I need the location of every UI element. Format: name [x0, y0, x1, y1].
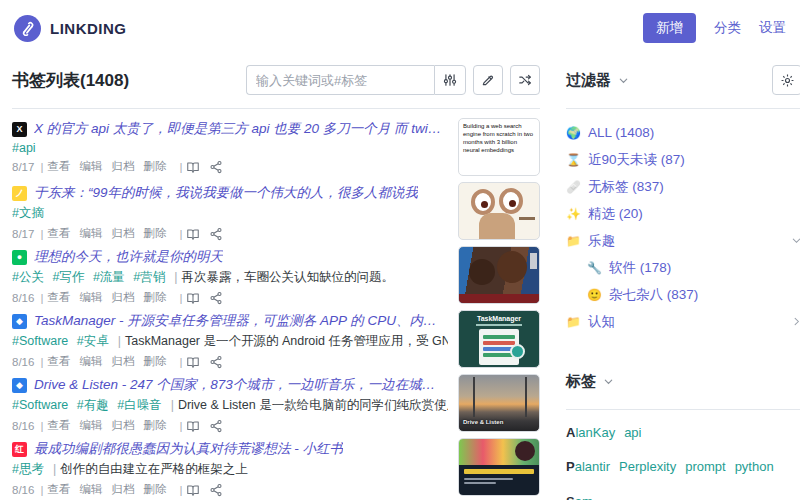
bookmark-thumbnail[interactable]: TaskManager	[458, 310, 540, 368]
filter-settings-button[interactable]	[772, 65, 800, 95]
bookmark-date: 8/17	[12, 161, 34, 173]
action-archive[interactable]: 归档	[111, 418, 134, 433]
action-view[interactable]: 查看	[47, 482, 70, 497]
tag-link[interactable]: prompt	[685, 459, 725, 474]
action-view[interactable]: 查看	[47, 226, 70, 241]
bookmark-tag[interactable]: #文摘	[12, 206, 44, 220]
reader-view-icon[interactable]	[186, 160, 200, 174]
action-edit[interactable]: 编辑	[79, 354, 102, 369]
bookmark-tag[interactable]: #有趣	[77, 398, 109, 412]
bookmark-thumbnail[interactable]	[458, 182, 540, 240]
bookmark-tag[interactable]: #写作	[52, 270, 84, 284]
reader-view-icon[interactable]	[186, 355, 200, 369]
action-archive[interactable]: 归档	[111, 159, 134, 174]
nav-settings[interactable]: 设置	[759, 19, 786, 37]
tag-link[interactable]: api	[624, 425, 641, 440]
bookmark-item: X X 的官方 api 太贵了，即便是第三方 api 也要 20 多刀一个月 而…	[12, 116, 540, 180]
filter-link[interactable]: 软件 (178)	[609, 259, 671, 277]
bookmark-date: 8/16	[12, 292, 34, 304]
app-header: LINKDING 新增 分类 设置	[12, 0, 788, 56]
tag-link[interactable]: lanKay	[575, 425, 615, 440]
search-options-button[interactable]	[434, 65, 466, 95]
chevron-down-icon[interactable]	[618, 75, 629, 86]
home-link[interactable]: LINKDING	[14, 15, 127, 42]
bookmark-thumbnail[interactable]: Building a web search engine from scratc…	[458, 118, 540, 176]
sliders-icon	[443, 73, 457, 87]
tag-link[interactable]: alantir	[575, 459, 610, 474]
action-edit[interactable]: 编辑	[79, 418, 102, 433]
bookmark-link[interactable]: X 的官方 api 太贵了，即便是第三方 api 也要 20 多刀一个月 而 t…	[34, 120, 448, 138]
action-archive[interactable]: 归档	[111, 482, 134, 497]
bookmark-thumbnail[interactable]	[458, 246, 540, 304]
bookmark-tag[interactable]: #api	[12, 141, 36, 155]
filter-item-software: 🔧 软件 (178)	[566, 254, 800, 281]
filter-link[interactable]: 杂七杂八 (837)	[609, 286, 698, 304]
action-delete[interactable]: 删除	[143, 226, 166, 241]
reader-view-icon[interactable]	[186, 227, 200, 241]
action-view[interactable]: 查看	[47, 290, 70, 305]
bookmark-link[interactable]: 于东来：“99年的时候，我说我要做一个伟大的人，很多人都说我	[34, 184, 418, 202]
share-icon[interactable]	[209, 227, 223, 241]
bookmark-tag[interactable]: #流量	[93, 270, 125, 284]
reader-view-icon[interactable]	[186, 483, 200, 497]
action-edit[interactable]: 编辑	[79, 226, 102, 241]
action-edit[interactable]: 编辑	[79, 159, 102, 174]
action-delete[interactable]: 删除	[143, 159, 166, 174]
bookmark-tag[interactable]: #安卓	[77, 334, 109, 348]
bookmark-link[interactable]: 最成功编剧都很愚蠢因为认真对待荒谬想法 - 小红书	[34, 440, 343, 458]
action-view[interactable]: 查看	[47, 418, 70, 433]
action-view[interactable]: 查看	[47, 354, 70, 369]
share-icon[interactable]	[209, 419, 223, 433]
action-delete[interactable]: 删除	[143, 418, 166, 433]
action-delete[interactable]: 删除	[143, 482, 166, 497]
bookmark-thumbnail[interactable]: Drive & Listen	[458, 374, 540, 432]
share-icon[interactable]	[209, 355, 223, 369]
bookmark-link[interactable]: Drive & Listen - 247 个国家，873个城市，一边听音乐，一边…	[34, 376, 448, 394]
reader-view-icon[interactable]	[186, 291, 200, 305]
filter-link[interactable]: 乐趣	[588, 232, 615, 250]
random-order-button[interactable]	[510, 65, 540, 95]
bookmark-tag[interactable]: #Software	[12, 334, 68, 348]
filter-link[interactable]: 近90天未读 (87)	[588, 151, 685, 169]
action-archive[interactable]: 归档	[111, 290, 134, 305]
search-input[interactable]	[246, 65, 434, 95]
filter-link[interactable]: 认知	[588, 313, 615, 331]
action-archive[interactable]: 归档	[111, 354, 134, 369]
bulk-edit-button[interactable]	[473, 65, 503, 95]
filter-link[interactable]: 无标签 (837)	[588, 178, 664, 196]
tag-link[interactable]: Perplexity	[619, 459, 676, 474]
action-edit[interactable]: 编辑	[79, 290, 102, 305]
bookmark-tag[interactable]: #思考	[12, 462, 44, 476]
expand-icon[interactable]	[791, 316, 800, 327]
share-icon[interactable]	[209, 291, 223, 305]
tag-group: PalantirPerplexitypromptpython	[566, 456, 800, 477]
hourglass-icon: ⌛	[566, 153, 584, 167]
filter-link[interactable]: 精选 (20)	[588, 205, 643, 223]
bookmark-tag[interactable]: #白噪音	[117, 398, 161, 412]
add-bookmark-button[interactable]: 新增	[643, 13, 696, 43]
action-delete[interactable]: 删除	[143, 290, 166, 305]
tag-link[interactable]: python	[735, 459, 774, 474]
nav-categories[interactable]: 分类	[714, 19, 741, 37]
separator: |	[179, 228, 182, 240]
action-archive[interactable]: 归档	[111, 226, 134, 241]
action-edit[interactable]: 编辑	[79, 482, 102, 497]
collapse-icon[interactable]	[791, 235, 800, 246]
site-favicon: X	[12, 122, 27, 137]
chevron-down-icon[interactable]	[603, 376, 614, 387]
bookmark-tag[interactable]: #Software	[12, 398, 68, 412]
bookmark-thumbnail[interactable]	[458, 438, 540, 496]
bookmark-item: 红 最成功编剧都很愚蠢因为认真对待荒谬想法 - 小红书 #思考|创作的自由建立在…	[12, 436, 540, 500]
bookmark-tag[interactable]: #营销	[133, 270, 165, 284]
reader-view-icon[interactable]	[186, 419, 200, 433]
share-icon[interactable]	[209, 160, 223, 174]
action-delete[interactable]: 删除	[143, 354, 166, 369]
action-view[interactable]: 查看	[47, 159, 70, 174]
share-icon[interactable]	[209, 483, 223, 497]
bookmark-link[interactable]: 理想的今天，也许就是你的明天	[34, 248, 223, 266]
bookmark-tag[interactable]: #公关	[12, 270, 44, 284]
tag-group-letter: A	[566, 425, 575, 440]
separator: |	[179, 161, 182, 173]
filter-link[interactable]: ALL (1408)	[588, 125, 654, 140]
bookmark-link[interactable]: TaskManager - 开源安卓任务管理器，可监测各 APP 的 CPU、内…	[34, 312, 448, 330]
